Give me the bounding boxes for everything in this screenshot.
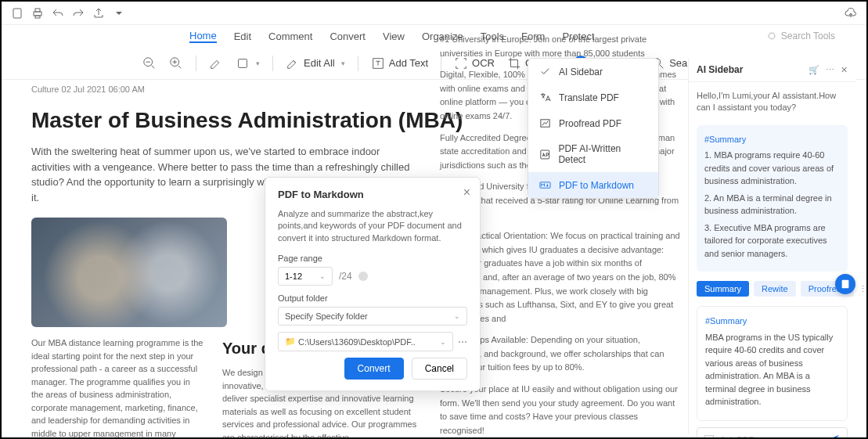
chevron-down-icon: ⌄ [454,312,460,320]
zoom-out-button[interactable] [142,56,157,70]
menu-view[interactable]: View [383,31,405,42]
undo-icon[interactable] [52,7,64,20]
floating-action-button[interactable] [835,274,855,294]
menu-convert[interactable]: Convert [330,31,366,42]
summary-heading: #Summary [704,133,840,146]
folder-icon: 📁 [285,336,296,347]
close-icon[interactable]: × [463,185,470,200]
svg-rect-0 [13,9,21,18]
svg-rect-1 [34,12,41,16]
zoom-in-button[interactable] [169,56,183,70]
dialog-title: PDF to Markdown [278,189,467,200]
highlight-button[interactable] [209,56,223,70]
pill-row: Summary Rewite Proofread ⋮ [689,275,855,303]
sidebar-title: AI Sidebar [697,64,743,75]
doc-image [31,218,227,327]
dialog-desc: Analyze and summarize the abstract,key p… [278,208,467,244]
menu-home[interactable]: Home [189,30,217,43]
radio-icon[interactable] [358,272,368,281]
main-menubar: Home Edit Comment Convert View Organize … [2,25,866,47]
search-tools[interactable]: Search Tools [767,31,835,41]
summary-result: #Summary MBA programs in the US typicall… [697,306,848,421]
kebab-icon[interactable]: ⋮ [859,284,867,294]
search-tools-label: Search Tools [781,31,835,41]
cloud-icon[interactable] [845,7,857,20]
svg-rect-3 [35,16,40,18]
checkbox-icon[interactable] [704,435,714,439]
page-range-input[interactable]: 1-12⌄ [278,267,333,286]
ai-menu-translate[interactable]: Translate PDF [528,85,658,110]
svg-rect-2 [35,9,40,12]
menu-edit[interactable]: Edit [234,31,251,42]
sidebar-greeting: Hello,I'm Lumi,your AI assistant.How can… [689,82,855,122]
svg-rect-7 [239,59,247,67]
redo-icon[interactable] [72,7,85,20]
close-icon[interactable]: ✕ [841,65,848,75]
pill-summary[interactable]: Summary [697,281,749,297]
send-icon[interactable] [829,434,840,439]
share-icon[interactable] [92,7,105,20]
chevron-down-icon: ⌄ [319,272,326,280]
page-range-label: Page range [278,254,467,263]
convert-button[interactable]: Convert [344,358,404,380]
dropdown-icon[interactable] [113,7,125,20]
ask-input[interactable]: Ask PDF [697,427,848,439]
cancel-button[interactable]: Cancel [412,358,467,380]
pdf-to-markdown-dialog: × PDF to Markdown Analyze and summarize … [265,177,481,391]
ai-sidebar-panel: AI Sidebar 🛒 ⋯ ✕ Hello,I'm Lumi,your AI … [688,58,855,434]
menu-comment[interactable]: Comment [268,31,312,42]
summary-heading-2: #Summary [705,315,839,328]
summary-card: #Summary 1. MBA programs require 40-60 c… [697,125,848,272]
shape-button[interactable]: ▾ [236,56,260,70]
add-text-button[interactable]: Add Text [371,56,428,70]
output-folder-label: Output folder [278,293,467,303]
ai-tools-menu: AI Sidebar Translate PDF Proofread PDF P… [528,58,659,199]
cart-icon[interactable]: 🛒 [809,65,819,75]
output-path-field[interactable]: 📁 C:\Users\13609\Desktop\PDF..⌄ [278,332,453,351]
output-folder-select[interactable]: Specify Specify folder⌄ [278,307,467,326]
window-topbar [2,2,866,25]
edit-all-button[interactable]: Edit All▾ [286,56,345,70]
ai-menu-proofread[interactable]: Proofread PDF [528,110,658,136]
more-icon[interactable]: ⋯ [826,65,834,75]
ai-menu-detect[interactable]: PDF AI-Written Detect [528,136,658,172]
pill-rewrite[interactable]: Rewite [754,281,796,297]
ai-menu-sidebar[interactable]: AI Sidebar [528,59,658,85]
page-total: /24 [339,271,352,282]
file-icon[interactable] [11,7,23,20]
ai-menu-markdown[interactable]: PDF to Markdown [528,172,658,198]
svg-rect-11 [541,150,549,159]
sidebar-header: AI Sidebar 🛒 ⋯ ✕ [689,58,855,82]
print-icon[interactable] [31,7,44,20]
more-icon[interactable]: ⋯ [458,336,467,347]
svg-point-4 [769,33,775,39]
svg-rect-13 [842,280,849,289]
doc-col1: Our MBA distance learning programme is t… [31,336,203,437]
